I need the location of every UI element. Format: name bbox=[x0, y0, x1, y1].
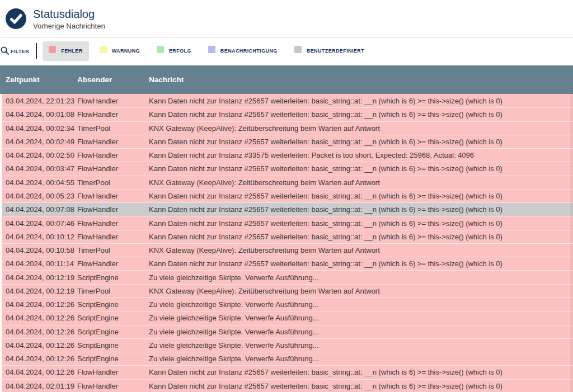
filter-chip-fehler[interactable]: FEHLER bbox=[43, 41, 88, 61]
cell-absender: TimerPool bbox=[77, 178, 149, 187]
cell-absender: ScriptEngine bbox=[77, 328, 149, 336]
cell-nachricht: Kann Daten nicht zur Instanz #25657 weit… bbox=[149, 259, 573, 268]
fehler-color-swatch bbox=[49, 46, 56, 53]
cell-zeitpunkt: 04.04.2024, 00:12:26 bbox=[6, 341, 77, 350]
cell-absender: TimerPool bbox=[77, 287, 149, 295]
table-row[interactable]: 04.04.2024, 00:02:34TimerPoolKNX Gateway… bbox=[0, 121, 573, 135]
cell-absender: ScriptEngine bbox=[77, 300, 149, 309]
search-icon bbox=[1, 46, 9, 55]
filter-chips: FEHLERWARNUNGERFOLGBENACHRICHTIGUNGBENUT… bbox=[43, 41, 370, 61]
cell-zeitpunkt: 04.04.2024, 00:11:14 bbox=[6, 259, 77, 268]
filter-chip-benutzerdefiniert[interactable]: BENUTZERDEFINIERT bbox=[288, 41, 370, 61]
title-block: Statusdialog Vorherige Nachrichten bbox=[33, 7, 105, 30]
cell-zeitpunkt: 04.04.2024, 00:05:23 bbox=[6, 192, 77, 200]
cell-zeitpunkt: 04.04.2024, 00:02:34 bbox=[6, 124, 77, 133]
cell-zeitpunkt: 04.04.2024, 00:04:55 bbox=[6, 178, 77, 187]
messages-table: Zeitpunkt Absender Nachricht 03.04.2024,… bbox=[0, 65, 573, 392]
cell-zeitpunkt: 04.04.2024, 00:10:12 bbox=[6, 233, 77, 241]
cell-zeitpunkt: 04.04.2024, 00:12:19 bbox=[6, 273, 77, 282]
filter-chip-warnung[interactable]: WARNUNG bbox=[93, 41, 146, 61]
cell-zeitpunkt: 04.04.2024, 00:12:26 bbox=[6, 300, 77, 309]
scrollbar[interactable] bbox=[570, 94, 573, 392]
table-row[interactable]: 04.04.2024, 00:05:23FlowHandlerKann Date… bbox=[0, 189, 573, 202]
page-subtitle: Vorherige Nachrichten bbox=[33, 22, 105, 30]
cell-nachricht: Zu viele gleichzeitige Skripte. Verwerfe… bbox=[149, 328, 573, 336]
filter-chip-label: FEHLER bbox=[61, 48, 82, 54]
filter-chip-label: WARNUNG bbox=[112, 48, 140, 54]
table-row[interactable]: 04.04.2024, 02:01:19FlowHandlerKann Date… bbox=[0, 379, 573, 392]
cell-zeitpunkt: 04.04.2024, 00:12:19 bbox=[6, 287, 77, 295]
dialog-header: Statusdialog Vorherige Nachrichten bbox=[0, 0, 573, 38]
column-header-zeitpunkt[interactable]: Zeitpunkt bbox=[6, 75, 77, 84]
cell-absender: FlowHandler bbox=[77, 151, 149, 159]
cell-nachricht: Kann Daten nicht zur Instanz #25657 weit… bbox=[149, 164, 573, 173]
table-row[interactable]: 04.04.2024, 00:02:49FlowHandlerKann Date… bbox=[0, 135, 573, 148]
table-row[interactable]: 04.04.2024, 00:07:08FlowHandlerKann Date… bbox=[0, 202, 573, 216]
cell-nachricht: Kann Daten nicht zur Instanz #25657 weit… bbox=[149, 233, 573, 241]
cell-absender: FlowHandler bbox=[77, 110, 149, 119]
table-row[interactable]: 04.04.2024, 00:10:58TimerPoolKNX Gateway… bbox=[0, 243, 573, 257]
table-row[interactable]: 04.04.2024, 00:02:50FlowHandlerKann Date… bbox=[0, 148, 573, 162]
cell-nachricht: Kann Daten nicht zur Instanz #25657 weit… bbox=[149, 138, 573, 146]
cell-absender: FlowHandler bbox=[77, 192, 149, 200]
filter-chip-label: BENACHRICHTIGUNG bbox=[220, 48, 278, 54]
filter-chip-erfolg[interactable]: ERFOLG bbox=[151, 41, 198, 61]
cell-zeitpunkt: 04.04.2024, 02:01:19 bbox=[6, 382, 77, 390]
cell-absender: FlowHandler bbox=[77, 233, 149, 241]
cell-absender: FlowHandler bbox=[77, 259, 149, 268]
table-row[interactable]: 04.04.2024, 00:11:14FlowHandlerKann Date… bbox=[0, 257, 573, 270]
cell-zeitpunkt: 04.04.2024, 00:12:26 bbox=[6, 355, 77, 363]
table-row[interactable]: 04.04.2024, 00:12:26ScriptEngineZu viele… bbox=[0, 297, 573, 311]
table-row[interactable]: 04.04.2024, 00:12:19TimerPoolKNX Gateway… bbox=[0, 284, 573, 297]
cell-zeitpunkt: 04.04.2024, 00:10:58 bbox=[6, 246, 77, 254]
cell-zeitpunkt: 04.04.2024, 00:02:49 bbox=[6, 138, 77, 146]
column-header-nachricht[interactable]: Nachricht bbox=[149, 75, 573, 84]
cell-nachricht: Kann Daten nicht zur Instanz #25657 weit… bbox=[149, 219, 573, 228]
cell-nachricht: Kann Daten nicht zur Instanz #25657 weit… bbox=[149, 205, 573, 214]
table-row[interactable]: 04.04.2024, 00:12:26FlowHandlerKann Date… bbox=[0, 365, 573, 379]
table-row[interactable]: 04.04.2024, 00:12:26ScriptEngineZu viele… bbox=[0, 352, 573, 365]
table-row[interactable]: 04.04.2024, 00:01:08FlowHandlerKann Date… bbox=[0, 107, 573, 121]
cell-absender: FlowHandler bbox=[77, 205, 149, 214]
warnung-color-swatch bbox=[100, 46, 107, 53]
cell-zeitpunkt: 04.04.2024, 00:07:46 bbox=[6, 219, 77, 228]
cell-zeitpunkt: 04.04.2024, 00:02:50 bbox=[6, 151, 77, 159]
cell-absender: FlowHandler bbox=[77, 97, 149, 105]
filter-toggle-button[interactable]: FILTER bbox=[1, 46, 34, 55]
cell-zeitpunkt: 04.04.2024, 00:07:08 bbox=[6, 205, 77, 214]
cell-nachricht: Zu viele gleichzeitige Skripte. Verwerfe… bbox=[149, 273, 573, 282]
cell-zeitpunkt: 04.04.2024, 00:01:08 bbox=[6, 110, 77, 119]
filter-chip-label: BENUTZERDEFINIERT bbox=[307, 48, 364, 54]
cell-absender: TimerPool bbox=[77, 246, 149, 254]
table-row[interactable]: 04.04.2024, 00:12:26ScriptEngineZu viele… bbox=[0, 325, 573, 338]
cell-nachricht: Kann Daten nicht zur Instanz #25657 weit… bbox=[149, 110, 573, 119]
table-body: 03.04.2024, 22:01:23FlowHandlerKann Date… bbox=[0, 94, 573, 392]
cell-absender: FlowHandler bbox=[77, 382, 149, 390]
cell-absender: FlowHandler bbox=[77, 368, 149, 376]
table-row[interactable]: 04.04.2024, 00:07:46FlowHandlerKann Date… bbox=[0, 216, 573, 229]
cell-nachricht: Zu viele gleichzeitige Skripte. Verwerfe… bbox=[149, 314, 573, 322]
table-row[interactable]: 04.04.2024, 00:12:26ScriptEngineZu viele… bbox=[0, 311, 573, 324]
filter-divider bbox=[36, 43, 37, 59]
cell-nachricht: Zu viele gleichzeitige Skripte. Verwerfe… bbox=[149, 300, 573, 309]
column-header-absender[interactable]: Absender bbox=[77, 75, 149, 84]
status-dialog: Statusdialog Vorherige Nachrichten FILTE… bbox=[0, 0, 573, 392]
page-title: Statusdialog bbox=[33, 7, 105, 21]
cell-absender: ScriptEngine bbox=[77, 341, 149, 350]
table-row[interactable]: 03.04.2024, 22:01:23FlowHandlerKann Date… bbox=[0, 94, 573, 107]
cell-nachricht: KNX Gateway (KeepAlive): Zeitüberschreit… bbox=[149, 246, 573, 254]
filter-chip-benachrichtigung[interactable]: BENACHRICHTIGUNG bbox=[202, 41, 284, 61]
cell-zeitpunkt: 04.04.2024, 00:12:26 bbox=[6, 368, 77, 376]
table-row[interactable]: 04.04.2024, 00:04:55TimerPoolKNX Gateway… bbox=[0, 176, 573, 189]
table-row[interactable]: 04.04.2024, 00:12:19ScriptEngineZu viele… bbox=[0, 270, 573, 284]
table-row[interactable]: 04.04.2024, 00:12:26ScriptEngineZu viele… bbox=[0, 338, 573, 352]
benachrichtigung-color-swatch bbox=[208, 46, 215, 53]
table-row[interactable]: 04.04.2024, 00:10:12FlowHandlerKann Date… bbox=[0, 230, 573, 243]
cell-absender: FlowHandler bbox=[77, 219, 149, 228]
status-check-icon bbox=[6, 8, 26, 29]
cell-nachricht: KNX Gateway (KeepAlive): Zeitüberschreit… bbox=[149, 124, 573, 133]
cell-nachricht: Zu viele gleichzeitige Skripte. Verwerfe… bbox=[149, 341, 573, 350]
table-row[interactable]: 04.04.2024, 00:03:47FlowHandlerKann Date… bbox=[0, 162, 573, 175]
filter-chip-label: ERFOLG bbox=[169, 48, 191, 54]
cell-zeitpunkt: 03.04.2024, 22:01:23 bbox=[6, 97, 77, 105]
